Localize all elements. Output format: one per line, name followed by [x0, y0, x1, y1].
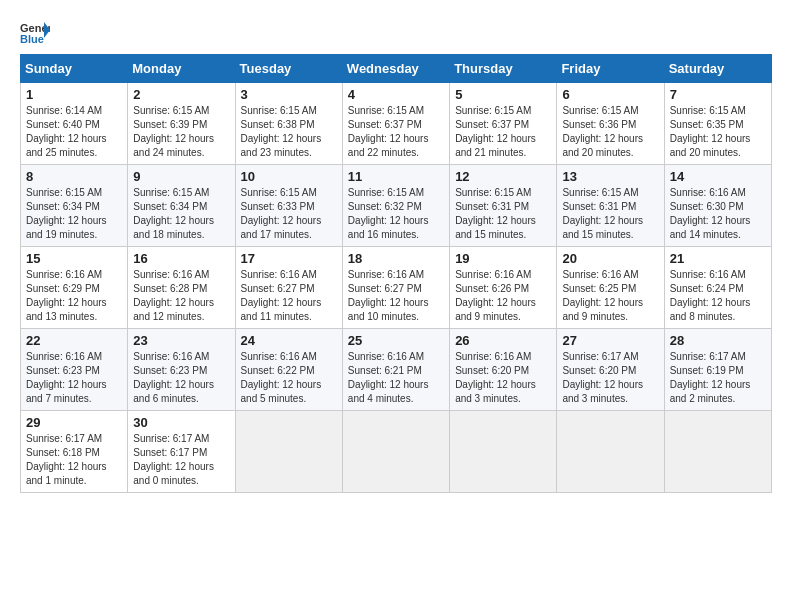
day-number: 19: [455, 251, 551, 266]
day-number: 29: [26, 415, 122, 430]
calendar-cell: 18Sunrise: 6:16 AMSunset: 6:27 PMDayligh…: [342, 247, 449, 329]
calendar-cell: 26Sunrise: 6:16 AMSunset: 6:20 PMDayligh…: [450, 329, 557, 411]
day-number: 28: [670, 333, 766, 348]
calendar-week-3: 15Sunrise: 6:16 AMSunset: 6:29 PMDayligh…: [21, 247, 772, 329]
header-tuesday: Tuesday: [235, 55, 342, 83]
calendar-cell: [557, 411, 664, 493]
day-info: Sunrise: 6:15 AMSunset: 6:38 PMDaylight:…: [241, 104, 337, 160]
page-header: General Blue: [20, 20, 772, 44]
header-saturday: Saturday: [664, 55, 771, 83]
calendar-cell: 8Sunrise: 6:15 AMSunset: 6:34 PMDaylight…: [21, 165, 128, 247]
calendar-cell: 13Sunrise: 6:15 AMSunset: 6:31 PMDayligh…: [557, 165, 664, 247]
day-number: 24: [241, 333, 337, 348]
calendar-cell: 9Sunrise: 6:15 AMSunset: 6:34 PMDaylight…: [128, 165, 235, 247]
day-number: 27: [562, 333, 658, 348]
day-number: 16: [133, 251, 229, 266]
calendar-cell: [450, 411, 557, 493]
day-info: Sunrise: 6:16 AMSunset: 6:24 PMDaylight:…: [670, 268, 766, 324]
header-thursday: Thursday: [450, 55, 557, 83]
calendar-cell: 16Sunrise: 6:16 AMSunset: 6:28 PMDayligh…: [128, 247, 235, 329]
day-info: Sunrise: 6:15 AMSunset: 6:34 PMDaylight:…: [133, 186, 229, 242]
calendar-cell: 4Sunrise: 6:15 AMSunset: 6:37 PMDaylight…: [342, 83, 449, 165]
day-number: 10: [241, 169, 337, 184]
calendar-week-4: 22Sunrise: 6:16 AMSunset: 6:23 PMDayligh…: [21, 329, 772, 411]
calendar-cell: 5Sunrise: 6:15 AMSunset: 6:37 PMDaylight…: [450, 83, 557, 165]
day-info: Sunrise: 6:15 AMSunset: 6:34 PMDaylight:…: [26, 186, 122, 242]
day-number: 7: [670, 87, 766, 102]
day-number: 9: [133, 169, 229, 184]
day-number: 14: [670, 169, 766, 184]
day-info: Sunrise: 6:15 AMSunset: 6:35 PMDaylight:…: [670, 104, 766, 160]
calendar-cell: 27Sunrise: 6:17 AMSunset: 6:20 PMDayligh…: [557, 329, 664, 411]
calendar-cell: 22Sunrise: 6:16 AMSunset: 6:23 PMDayligh…: [21, 329, 128, 411]
day-number: 18: [348, 251, 444, 266]
calendar-cell: 14Sunrise: 6:16 AMSunset: 6:30 PMDayligh…: [664, 165, 771, 247]
day-info: Sunrise: 6:17 AMSunset: 6:17 PMDaylight:…: [133, 432, 229, 488]
day-number: 11: [348, 169, 444, 184]
calendar-week-1: 1Sunrise: 6:14 AMSunset: 6:40 PMDaylight…: [21, 83, 772, 165]
calendar-cell: 12Sunrise: 6:15 AMSunset: 6:31 PMDayligh…: [450, 165, 557, 247]
calendar-cell: 17Sunrise: 6:16 AMSunset: 6:27 PMDayligh…: [235, 247, 342, 329]
day-info: Sunrise: 6:15 AMSunset: 6:31 PMDaylight:…: [455, 186, 551, 242]
calendar-cell: 30Sunrise: 6:17 AMSunset: 6:17 PMDayligh…: [128, 411, 235, 493]
day-info: Sunrise: 6:16 AMSunset: 6:29 PMDaylight:…: [26, 268, 122, 324]
day-number: 17: [241, 251, 337, 266]
day-number: 23: [133, 333, 229, 348]
logo: General Blue: [20, 20, 54, 44]
calendar-cell: 21Sunrise: 6:16 AMSunset: 6:24 PMDayligh…: [664, 247, 771, 329]
calendar-cell: 3Sunrise: 6:15 AMSunset: 6:38 PMDaylight…: [235, 83, 342, 165]
calendar-cell: 23Sunrise: 6:16 AMSunset: 6:23 PMDayligh…: [128, 329, 235, 411]
calendar-week-5: 29Sunrise: 6:17 AMSunset: 6:18 PMDayligh…: [21, 411, 772, 493]
day-number: 15: [26, 251, 122, 266]
calendar-cell: 11Sunrise: 6:15 AMSunset: 6:32 PMDayligh…: [342, 165, 449, 247]
calendar-cell: 6Sunrise: 6:15 AMSunset: 6:36 PMDaylight…: [557, 83, 664, 165]
header-sunday: Sunday: [21, 55, 128, 83]
day-number: 3: [241, 87, 337, 102]
calendar-cell: [342, 411, 449, 493]
day-number: 2: [133, 87, 229, 102]
calendar-table: SundayMondayTuesdayWednesdayThursdayFrid…: [20, 54, 772, 493]
day-number: 13: [562, 169, 658, 184]
calendar-cell: 15Sunrise: 6:16 AMSunset: 6:29 PMDayligh…: [21, 247, 128, 329]
day-number: 20: [562, 251, 658, 266]
day-number: 1: [26, 87, 122, 102]
calendar-cell: 19Sunrise: 6:16 AMSunset: 6:26 PMDayligh…: [450, 247, 557, 329]
day-info: Sunrise: 6:14 AMSunset: 6:40 PMDaylight:…: [26, 104, 122, 160]
day-number: 21: [670, 251, 766, 266]
day-info: Sunrise: 6:15 AMSunset: 6:37 PMDaylight:…: [348, 104, 444, 160]
header-monday: Monday: [128, 55, 235, 83]
day-info: Sunrise: 6:17 AMSunset: 6:19 PMDaylight:…: [670, 350, 766, 406]
calendar-cell: 28Sunrise: 6:17 AMSunset: 6:19 PMDayligh…: [664, 329, 771, 411]
calendar-cell: 10Sunrise: 6:15 AMSunset: 6:33 PMDayligh…: [235, 165, 342, 247]
calendar-cell: [235, 411, 342, 493]
svg-text:Blue: Blue: [20, 33, 44, 44]
day-info: Sunrise: 6:16 AMSunset: 6:30 PMDaylight:…: [670, 186, 766, 242]
calendar-cell: 1Sunrise: 6:14 AMSunset: 6:40 PMDaylight…: [21, 83, 128, 165]
calendar-cell: 29Sunrise: 6:17 AMSunset: 6:18 PMDayligh…: [21, 411, 128, 493]
day-info: Sunrise: 6:16 AMSunset: 6:28 PMDaylight:…: [133, 268, 229, 324]
header-row: SundayMondayTuesdayWednesdayThursdayFrid…: [21, 55, 772, 83]
day-info: Sunrise: 6:16 AMSunset: 6:20 PMDaylight:…: [455, 350, 551, 406]
day-number: 8: [26, 169, 122, 184]
calendar-cell: 24Sunrise: 6:16 AMSunset: 6:22 PMDayligh…: [235, 329, 342, 411]
day-number: 22: [26, 333, 122, 348]
day-info: Sunrise: 6:17 AMSunset: 6:20 PMDaylight:…: [562, 350, 658, 406]
day-info: Sunrise: 6:15 AMSunset: 6:36 PMDaylight:…: [562, 104, 658, 160]
day-number: 5: [455, 87, 551, 102]
day-number: 25: [348, 333, 444, 348]
day-number: 26: [455, 333, 551, 348]
day-info: Sunrise: 6:15 AMSunset: 6:31 PMDaylight:…: [562, 186, 658, 242]
day-number: 4: [348, 87, 444, 102]
day-info: Sunrise: 6:16 AMSunset: 6:27 PMDaylight:…: [241, 268, 337, 324]
day-info: Sunrise: 6:15 AMSunset: 6:37 PMDaylight:…: [455, 104, 551, 160]
day-info: Sunrise: 6:16 AMSunset: 6:25 PMDaylight:…: [562, 268, 658, 324]
calendar-cell: 20Sunrise: 6:16 AMSunset: 6:25 PMDayligh…: [557, 247, 664, 329]
day-info: Sunrise: 6:15 AMSunset: 6:32 PMDaylight:…: [348, 186, 444, 242]
day-info: Sunrise: 6:16 AMSunset: 6:22 PMDaylight:…: [241, 350, 337, 406]
header-wednesday: Wednesday: [342, 55, 449, 83]
day-number: 6: [562, 87, 658, 102]
day-info: Sunrise: 6:16 AMSunset: 6:23 PMDaylight:…: [133, 350, 229, 406]
day-info: Sunrise: 6:16 AMSunset: 6:21 PMDaylight:…: [348, 350, 444, 406]
day-info: Sunrise: 6:16 AMSunset: 6:27 PMDaylight:…: [348, 268, 444, 324]
day-info: Sunrise: 6:17 AMSunset: 6:18 PMDaylight:…: [26, 432, 122, 488]
